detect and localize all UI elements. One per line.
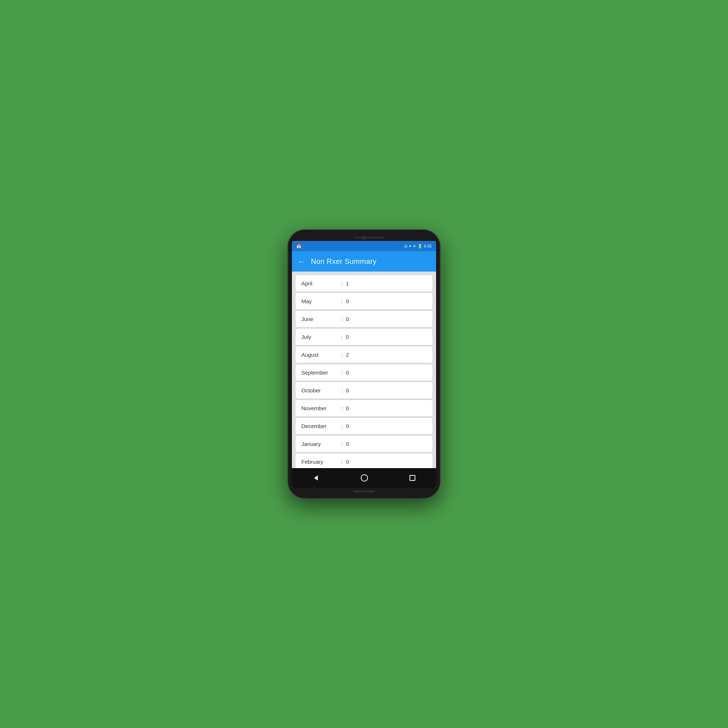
back-button[interactable]: ← (298, 257, 305, 266)
month-colon: : (341, 459, 343, 465)
month-value: 0 (346, 387, 349, 393)
month-colon: : (341, 298, 343, 304)
list-item: May: 0 (295, 293, 433, 309)
time-display: 6:42 (424, 244, 432, 248)
month-value: 0 (346, 298, 349, 304)
month-colon: : (341, 316, 343, 322)
month-label: August (301, 352, 341, 358)
month-label: February (301, 459, 341, 465)
target-icon: ◎ (404, 244, 408, 249)
battery-icon: 🔋 (418, 244, 423, 249)
list-item: October: 0 (295, 382, 433, 399)
content-area: April: 1May: 0June: 0July: 0August: 2Sep… (292, 272, 436, 468)
month-label: January (301, 441, 341, 447)
list-item: April: 1 (295, 275, 433, 292)
list-item: December: 0 (295, 418, 433, 434)
month-value: 0 (346, 405, 349, 411)
month-value: 0 (346, 334, 349, 340)
list-item: August: 2 (295, 347, 433, 363)
list-item: January: 0 (295, 436, 433, 452)
month-colon: : (341, 387, 343, 393)
page-title: Non Rxer Summary (311, 257, 376, 266)
status-left-icons: 📅 (296, 244, 301, 249)
month-value: 0 (346, 316, 349, 322)
back-nav-button[interactable] (310, 472, 322, 484)
month-colon: : (341, 280, 343, 286)
phone-camera (362, 236, 366, 240)
month-value: 0 (346, 423, 349, 429)
month-value: 0 (346, 459, 349, 465)
month-label: July (301, 334, 341, 340)
home-nav-button[interactable] (358, 471, 371, 485)
month-label: April (301, 280, 341, 286)
month-label: September (301, 369, 341, 376)
list-item: February: 0 (295, 454, 433, 468)
month-value: 1 (346, 280, 349, 286)
status-bar: 📅 ◎ ▾ ✈ 🔋 6:42 (292, 241, 436, 251)
month-label: June (301, 316, 341, 322)
phone-bottom-bar (292, 488, 436, 494)
svg-marker-0 (314, 476, 318, 480)
recents-nav-button[interactable] (407, 472, 418, 484)
calendar-icon: 📅 (296, 244, 301, 249)
airplane-icon: ✈ (413, 244, 416, 249)
month-colon: : (341, 334, 343, 340)
back-triangle-icon (313, 475, 319, 481)
list-item: June: 0 (295, 311, 433, 327)
home-circle-icon (361, 474, 368, 482)
phone-speaker (355, 237, 384, 239)
month-value: 2 (346, 352, 349, 358)
month-colon: : (341, 352, 343, 358)
app-bar: ← Non Rxer Summary (292, 251, 436, 272)
phone-device: 📅 ◎ ▾ ✈ 🔋 6:42 ← Non Rxer Summary April:… (288, 229, 440, 499)
list-item: July: 0 (295, 329, 433, 345)
month-label: May (301, 298, 341, 304)
phone-home-indicator (353, 491, 375, 492)
phone-screen: 📅 ◎ ▾ ✈ 🔋 6:42 ← Non Rxer Summary April:… (292, 241, 436, 488)
month-label: December (301, 423, 341, 429)
phone-top-bar (292, 234, 436, 241)
list-item: November: 0 (295, 400, 433, 416)
month-value: 0 (346, 369, 349, 376)
nav-bar (292, 468, 436, 488)
month-label: October (301, 387, 341, 393)
recents-square-icon (410, 475, 415, 481)
month-colon: : (341, 369, 343, 376)
list-item: September: 0 (295, 364, 433, 381)
month-colon: : (341, 441, 343, 447)
month-value: 0 (346, 441, 349, 447)
month-label: November (301, 405, 341, 411)
month-colon: : (341, 405, 343, 411)
status-right-icons: ◎ ▾ ✈ 🔋 6:42 (404, 244, 432, 249)
month-colon: : (341, 423, 343, 429)
wifi-icon: ▾ (409, 244, 411, 249)
